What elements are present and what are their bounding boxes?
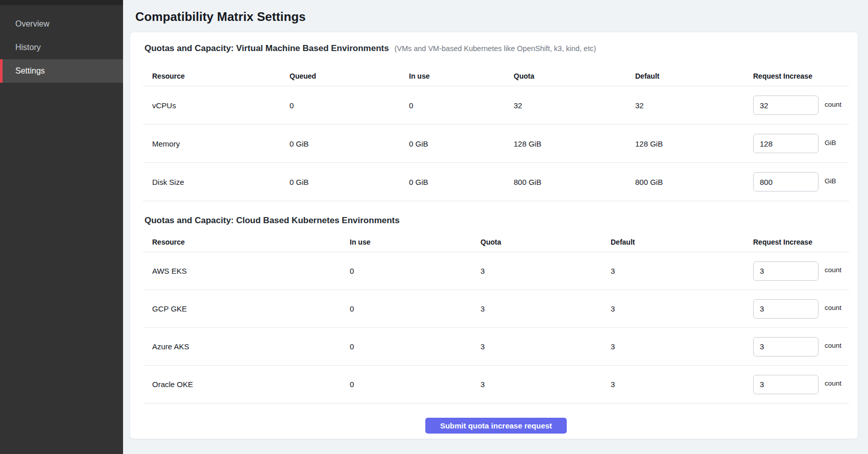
sidebar-nav: Overview History Settings [0,5,123,83]
column-header-in-use: In use [409,72,514,80]
vm-quota-table: Resource Queued In use Quota Default Req… [143,66,849,201]
cell-resource: Memory [143,139,290,148]
unit-label: count [825,342,841,349]
table-row-vcpus: vCPUs 0 0 32 32 count [143,86,849,125]
cell-resource: AWS EKS [143,267,350,275]
cell-quota: 128 GiB [514,139,635,148]
cloud-section-title: Quotas and Capacity: Cloud Based Kuberne… [144,216,400,225]
disk-size-request-input[interactable] [753,172,818,192]
active-item-accent-bar [0,59,3,83]
column-header-queued: Queued [290,72,409,80]
oracle-oke-request-input[interactable] [753,375,818,394]
table-row-aws-eks: AWS EKS 0 3 3 count [143,252,849,290]
request-increase-cell: GiB [753,172,849,192]
cell-in-use: 0 [350,342,480,351]
request-increase-cell: count [753,261,849,281]
vm-section-subtitle: (VMs and VM-based Kubernetes like OpenSh… [394,44,596,53]
unit-label: count [825,379,841,387]
request-increase-cell: count [753,375,849,394]
cell-resource: Disk Size [143,178,290,186]
column-header-default: Default [635,72,753,80]
main-content: Compatibility Matrix Settings Quotas and… [123,0,868,454]
column-header-request-increase: Request Increase [753,238,849,246]
table-row-azure-aks: Azure AKS 0 3 3 count [143,328,849,366]
cell-default: 800 GiB [635,178,753,186]
vm-section-heading: Quotas and Capacity: Virtual Machine Bas… [143,32,849,57]
cloud-section-heading: Quotas and Capacity: Cloud Based Kuberne… [143,212,849,229]
table-row-memory: Memory 0 GiB 0 GiB 128 GiB 128 GiB GiB [143,125,849,163]
cell-in-use: 0 GiB [409,178,514,186]
cell-in-use: 0 [409,101,514,110]
sidebar-item-settings[interactable]: Settings [0,59,123,83]
cloud-table-header-row: Resource In use Quota Default Request In… [143,232,849,252]
request-increase-cell: count [753,337,849,356]
unit-label: count [825,304,841,312]
cell-in-use: 0 GiB [409,139,514,148]
unit-label: GiB [825,139,836,147]
cell-in-use: 0 [350,267,480,275]
sidebar-item-history[interactable]: History [0,36,123,59]
column-header-quota: Quota [480,238,611,246]
submit-button-row: Submit quota increase request [143,418,849,434]
cell-queued: 0 GiB [290,178,409,186]
aws-eks-request-input[interactable] [753,261,818,281]
table-row-gcp-gke: GCP GKE 0 3 3 count [143,290,849,328]
page-title: Compatibility Matrix Settings [135,8,868,26]
request-increase-cell: count [753,95,849,115]
app-root: Overview History Settings Compatibility … [0,0,868,454]
request-increase-cell: GiB [753,134,849,153]
unit-label: count [825,266,841,274]
cell-resource: Azure AKS [143,342,350,351]
column-header-resource: Resource [143,238,350,246]
column-header-request-increase: Request Increase [753,72,849,80]
cell-quota: 3 [480,342,611,351]
cell-default: 3 [611,304,753,313]
gcp-gke-request-input[interactable] [753,299,818,319]
vcpus-request-input[interactable] [753,95,818,115]
cell-queued: 0 GiB [290,139,409,148]
sidebar-item-overview[interactable]: Overview [0,12,123,36]
cell-quota: 3 [480,380,611,389]
column-header-resource: Resource [143,72,290,80]
memory-request-input[interactable] [753,134,818,153]
submit-quota-increase-button[interactable]: Submit quota increase request [425,418,567,434]
column-header-quota: Quota [514,72,635,80]
cell-resource: GCP GKE [143,304,350,313]
cell-default: 3 [611,267,753,275]
cell-quota: 3 [480,304,611,313]
cell-quota: 32 [514,101,635,110]
cell-resource: Oracle OKE [143,380,350,389]
vm-table-header-row: Resource Queued In use Quota Default Req… [143,66,849,86]
cell-in-use: 0 [350,304,480,313]
cell-default: 3 [611,380,753,389]
cell-quota: 3 [480,267,611,275]
sidebar-top-strip [0,0,123,5]
column-header-default: Default [611,238,753,246]
cloud-quota-table: Resource In use Quota Default Request In… [143,232,849,403]
vm-section-title: Quotas and Capacity: Virtual Machine Bas… [144,43,389,53]
unit-label: GiB [825,177,836,185]
request-increase-cell: count [753,299,849,319]
cell-resource: vCPUs [143,101,290,110]
cell-quota: 800 GiB [514,178,635,186]
unit-label: count [825,101,841,108]
table-row-oracle-oke: Oracle OKE 0 3 3 count [143,366,849,403]
sidebar-item-settings-label: Settings [15,66,45,76]
cell-default: 3 [611,342,753,351]
cell-default: 32 [635,101,753,110]
table-row-disk-size: Disk Size 0 GiB 0 GiB 800 GiB 800 GiB Gi… [143,163,849,201]
cell-default: 128 GiB [635,139,753,148]
column-header-in-use: In use [350,238,480,246]
sidebar: Overview History Settings [0,0,123,454]
cell-queued: 0 [290,101,409,110]
quota-settings-card: Quotas and Capacity: Virtual Machine Bas… [130,32,858,439]
cell-in-use: 0 [350,380,480,389]
azure-aks-request-input[interactable] [753,337,818,356]
